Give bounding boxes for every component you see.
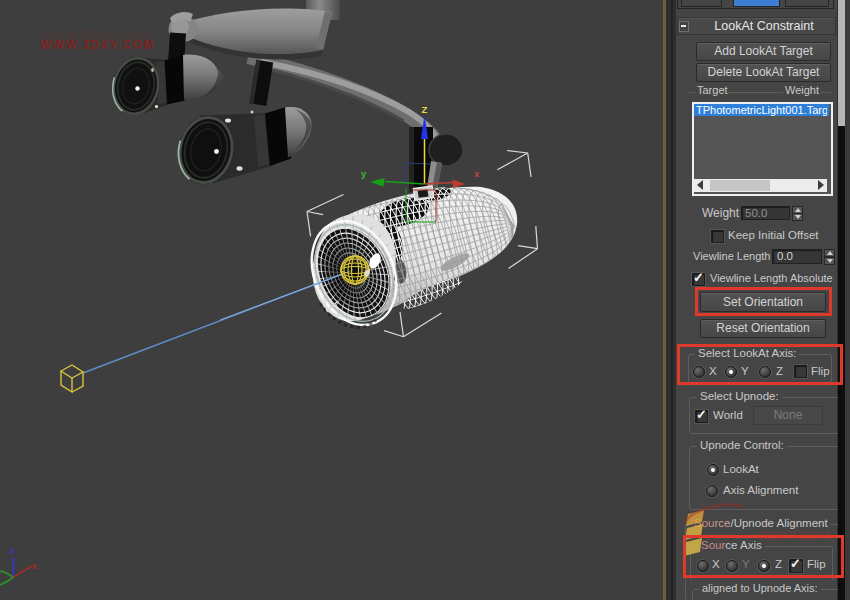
svg-text:x: x: [32, 561, 37, 571]
svg-text:z: z: [10, 546, 15, 556]
svg-text:y: y: [361, 168, 367, 179]
svg-text:Z: Z: [422, 104, 428, 115]
svg-text:x: x: [474, 168, 480, 179]
